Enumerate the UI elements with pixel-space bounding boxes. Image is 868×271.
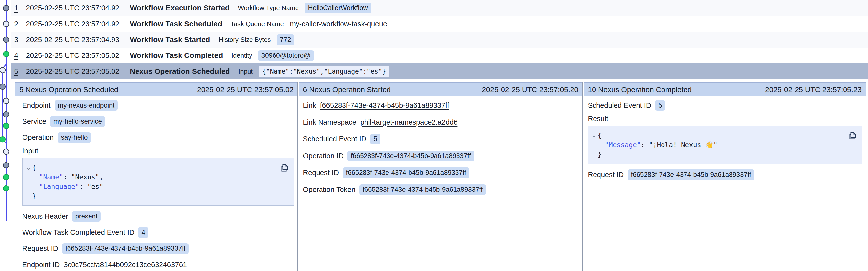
panel-nexus-operation-scheduled: 5 Nexus Operation Scheduled 2025-02-25 U… <box>16 82 298 271</box>
event-marker <box>0 137 5 142</box>
panel-header[interactable]: 10 Nexus Operation Completed 2025-02-25 … <box>584 82 866 97</box>
event-attr-label: History Size Bytes <box>219 36 271 44</box>
json-key: "Name" <box>39 173 63 181</box>
chevron-down-icon[interactable] <box>26 165 32 171</box>
panel-header[interactable]: 6 Nexus Operation Started 2025-02-25 UTC… <box>299 82 582 97</box>
task-queue-link[interactable]: my-caller-workflow-task-queue <box>290 20 387 28</box>
field-label: Request ID <box>22 244 58 253</box>
input-label: Input <box>22 147 294 155</box>
field-endpoint-id: Endpoint ID 3c0c75ccfa8144b092c13ce63246… <box>22 260 294 270</box>
code-line: { <box>592 131 858 140</box>
event-attr-label: Input <box>238 67 253 75</box>
event-row-3[interactable]: 3 2025-02-25 UTC 23:57:04.93 Workflow Ta… <box>11 32 868 48</box>
field-value-badge: 4 <box>138 227 148 238</box>
field-operation: Operation say-hello <box>22 133 294 142</box>
link-namespace-value[interactable]: phil-target-namespace2.a2dd6 <box>360 118 458 126</box>
event-marker-4[interactable] <box>3 51 9 57</box>
event-attr-value-badge: 30960@totoro@ <box>258 50 314 61</box>
event-marker <box>3 149 9 154</box>
field-scheduled-event-id: Scheduled Event ID 5 <box>303 134 579 144</box>
event-marker <box>0 84 5 89</box>
code-line: { <box>27 163 289 172</box>
event-marker-1[interactable] <box>3 5 9 11</box>
event-row-4[interactable]: 4 2025-02-25 UTC 23:57:05.02 Workflow Ta… <box>11 48 868 63</box>
panel-nexus-operation-started: 6 Nexus Operation Started 2025-02-25 UTC… <box>299 82 582 271</box>
panel-divider <box>582 82 583 271</box>
panel-timestamp: 2025-02-25 UTC 23:57:05.20 <box>482 85 579 94</box>
json-punct: { <box>598 132 602 139</box>
event-id-link[interactable]: 5 <box>14 67 26 76</box>
event-row-1[interactable]: 1 2025-02-25 UTC 23:57:04.92 Workflow Ex… <box>11 0 868 16</box>
panel-title: 5 Nexus Operation Scheduled <box>19 85 118 94</box>
chevron-down-icon[interactable] <box>591 133 597 138</box>
event-marker-3[interactable] <box>3 37 9 43</box>
event-name: Nexus Operation Scheduled <box>130 67 230 76</box>
link-value[interactable]: f665283f-743e-4374-b45b-9a61a89337ff <box>320 101 449 109</box>
event-timeline-graph <box>0 0 14 271</box>
code-line: } <box>27 191 289 201</box>
event-marker-5[interactable] <box>0 67 5 73</box>
event-timestamp: 2025-02-25 UTC 23:57:04.92 <box>26 20 130 28</box>
event-attr-label: Task Queue Name <box>231 20 284 28</box>
field-label: Endpoint <box>22 101 51 109</box>
event-name: Workflow Task Completed <box>130 51 223 60</box>
panel-nexus-operation-completed: 10 Nexus Operation Completed 2025-02-25 … <box>584 82 866 271</box>
field-workflow-task-completed-event-id: Workflow Task Completed Event ID 4 <box>22 227 294 237</box>
event-marker <box>3 174 9 180</box>
field-request-id: Request ID f665283f-743e-4374-b45b-9a61a… <box>303 168 579 178</box>
event-id-link[interactable]: 3 <box>14 35 26 44</box>
field-value-badge: f665283f-743e-4374-b45b-9a61a89337ff <box>343 167 469 178</box>
event-row-5-selected[interactable]: 5 2025-02-25 UTC 23:57:05.02 Nexus Opera… <box>11 63 868 79</box>
event-id-link[interactable]: 2 <box>14 20 26 28</box>
field-label: Service <box>22 117 46 126</box>
event-marker <box>3 112 9 117</box>
field-request-id: Request ID f665283f-743e-4374-b45b-9a61a… <box>588 170 862 180</box>
field-value-badge: say-hello <box>58 132 91 143</box>
panel-body: Endpoint my-nexus-endpoint Service my-he… <box>16 97 298 270</box>
field-service: Service my-hello-service <box>22 116 294 126</box>
field-label: Operation ID <box>303 152 343 160</box>
event-marker <box>3 163 9 168</box>
json-key: "Message" <box>604 141 641 148</box>
panel-body: Link f665283f-743e-4374-b45b-9a61a89337f… <box>299 97 582 194</box>
field-endpoint: Endpoint my-nexus-endpoint <box>22 100 294 110</box>
panel-title: 10 Nexus Operation Completed <box>588 85 692 94</box>
event-name: Workflow Execution Started <box>130 4 229 12</box>
event-id-link[interactable]: 1 <box>14 4 26 12</box>
event-detail-section: 5 Nexus Operation Scheduled 2025-02-25 U… <box>0 82 868 271</box>
field-label: Endpoint ID <box>22 261 60 269</box>
event-row-2[interactable]: 2 2025-02-25 UTC 23:57:04.92 Workflow Ta… <box>11 16 868 32</box>
code-line: } <box>592 150 858 159</box>
json-punct: } <box>32 192 36 200</box>
json-viewer-result: { "Message": "¡Hola! Nexus 👋" } <box>588 126 862 164</box>
field-value-badge: 5 <box>370 134 380 144</box>
panel-body: Scheduled Event ID 5 Result { "Message":… <box>584 97 866 180</box>
field-value-badge: 5 <box>655 100 665 111</box>
code-line: "Language": "es" <box>27 182 289 191</box>
panel-header[interactable]: 5 Nexus Operation Scheduled 2025-02-25 U… <box>16 82 298 97</box>
json-viewer-input: { "Name": "Nexus", "Language": "es" } <box>22 158 294 206</box>
event-attr-label: Identity <box>231 52 252 59</box>
json-value: : "Nexus", <box>63 173 104 181</box>
field-label: Workflow Task Completed Event ID <box>22 228 134 237</box>
temporal-event-history: 1 2025-02-25 UTC 23:57:04.92 Workflow Ex… <box>0 0 868 271</box>
event-attr-value-badge: 772 <box>277 34 294 45</box>
event-marker <box>3 123 9 129</box>
result-label: Result <box>588 115 862 123</box>
field-link-namespace: Link Namespace phil-target-namespace2.a2… <box>303 117 579 127</box>
field-operation-token: Operation Token f665283f-743e-4374-b45b-… <box>303 185 579 194</box>
event-id-link[interactable]: 4 <box>14 51 26 60</box>
field-label: Link <box>303 101 316 109</box>
json-punct: } <box>598 151 602 158</box>
event-marker-2[interactable] <box>3 21 9 27</box>
field-link: Link f665283f-743e-4374-b45b-9a61a89337f… <box>303 100 579 110</box>
endpoint-id-link[interactable]: 3c0c75ccfa8144b092c13ce632463761 <box>64 261 187 269</box>
field-value-badge: f665283f-743e-4374-b45b-9a61a89337ff <box>628 169 754 180</box>
event-timestamp: 2025-02-25 UTC 23:57:04.92 <box>26 4 130 12</box>
panel-timestamp: 2025-02-25 UTC 23:57:05.23 <box>765 85 862 94</box>
panel-title: 6 Nexus Operation Started <box>303 85 391 94</box>
field-value-badge: f665283f-743e-4374-b45b-9a61a89337ff <box>62 243 189 254</box>
field-label: Scheduled Event ID <box>303 135 366 143</box>
json-value: : "¡Hola! Nexus 👋" <box>641 141 717 148</box>
field-value-badge: my-hello-service <box>50 116 105 127</box>
